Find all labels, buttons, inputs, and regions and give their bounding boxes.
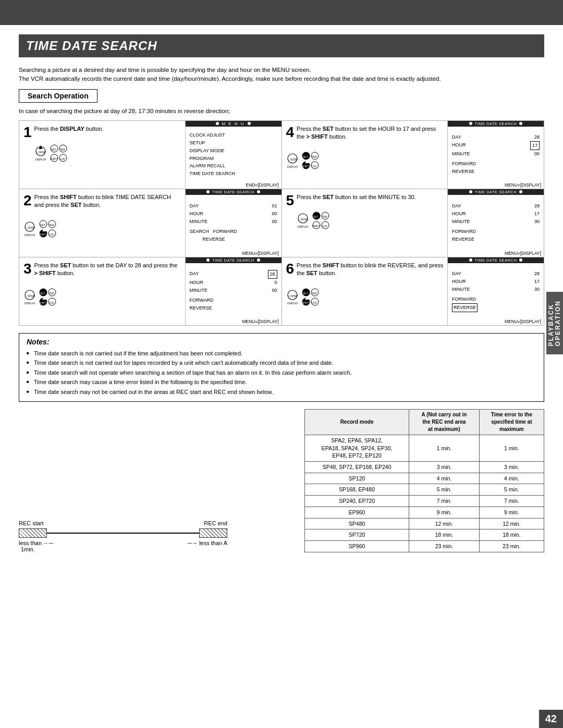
step-1-dp-body: CLOCK ADJUST SETUP DISPLAY MODE PROGRAM … xyxy=(186,129,282,179)
step-1-panel: M E N U CLOCK ADJUST SETUP DISPLAY MODE … xyxy=(185,121,282,189)
svg-text:SET: SET xyxy=(40,292,45,295)
step-6-vcr-diagram: DISP DISPLAY SET TRK SHIFT LOC xyxy=(286,282,445,308)
section-title: Search Operation xyxy=(28,92,89,100)
table-header-3: Time error to thespecified time atmaximu… xyxy=(479,410,544,435)
svg-text:DISP: DISP xyxy=(290,158,298,161)
table-area: Record mode A (Not carry out inthe REC e… xyxy=(238,409,544,552)
step-4-dp-body: DAY28 HOUR17 MINUTE00 FORWARD REVERSE xyxy=(448,131,544,176)
step-1-text: 1 Press the DISPLAY button. DISP DISPLAY… xyxy=(19,121,185,189)
step-2-panel: TIME DATE SEARCH DAY01 HOUR00 MINUTE00 S… xyxy=(185,189,282,257)
step-6-number: 6 xyxy=(286,262,295,276)
table-row: SPA2, EPA6, SPA12,EPA18, SPA24, SP24, EP… xyxy=(305,435,544,462)
rec-end-label: REC end xyxy=(204,520,227,526)
table-cell: 1 min. xyxy=(479,435,544,462)
step-3-panel: TIME DATE SEARCH DAY28 HOUR0 MINUTE00 FO… xyxy=(185,257,282,325)
svg-text:DISPLAY: DISPLAY xyxy=(287,302,298,305)
table-cell: 23 min. xyxy=(479,540,544,552)
table-cell: 7 min. xyxy=(479,496,544,507)
step-3: 3 Press the SET button to set the DAY to… xyxy=(19,257,282,325)
table-cell: 9 min. xyxy=(409,507,480,518)
table-row: SP120 4 min. 4 min. xyxy=(305,473,544,484)
step-2-dp-body: DAY01 HOUR00 MINUTE00 SEARCH FORWARD REV… xyxy=(186,200,282,244)
svg-text:TRK: TRK xyxy=(49,224,55,227)
page-number: 42 xyxy=(539,710,563,728)
step-5-desc: Press the SET button to set the MINUTE t… xyxy=(297,194,416,200)
page-num-val: 42 xyxy=(545,713,557,724)
note-2: Time date search is not carried out for … xyxy=(27,359,536,367)
search-operation-box: Search Operation xyxy=(19,89,97,103)
table-row: SP48, SP72, EP168, EP240 3 min. 3 min. xyxy=(305,462,544,473)
table-row: SP240, EP720 7 min. 7 min. xyxy=(305,496,544,507)
table-cell: SPA2, EPA6, SPA12,EPA18, SPA24, SP24, EP… xyxy=(305,435,409,462)
table-cell: 3 min. xyxy=(409,462,480,473)
step-2-text: 2 Press the SHIFT button to blink TIME D… xyxy=(19,189,185,257)
svg-text:SET: SET xyxy=(313,215,319,218)
table-cell: 5 min. xyxy=(409,484,480,496)
step-2-screen-hdr: TIME DATE SEARCH xyxy=(212,190,254,194)
svg-text:SHIFT: SHIFT xyxy=(302,165,309,168)
step-5-number: 5 xyxy=(286,193,295,208)
table-row: SP960 23 min. 23 min. xyxy=(305,540,544,552)
steps-row-3: 3 Press the SET button to set the DAY to… xyxy=(19,257,544,325)
svg-text:SET: SET xyxy=(303,155,308,158)
step-4-vcr-diagram: DISP DISPLAY SET TRK SHIFT LOC xyxy=(286,145,445,171)
steps-container: 1 Press the DISPLAY button. DISP DISPLAY… xyxy=(19,120,544,326)
table-header-2: A (Not carry out inthe REC end areaat ma… xyxy=(409,410,480,435)
rec-diagram: REC start REC end less than ←─ ─→ less t… xyxy=(19,520,227,552)
svg-text:SHIFT: SHIFT xyxy=(39,301,46,304)
step-5-panel: TIME DATE SEARCH DAY28 HOUR17 MINUTE30 F… xyxy=(447,189,544,257)
step-5-text: 5 Press the SET button to set the MINUTE… xyxy=(282,189,448,257)
step-2-dp-header: TIME DATE SEARCH xyxy=(186,189,282,195)
step-3-dp-footer: MENU=[DISPLAY] xyxy=(186,318,282,325)
note-4: Time date search may cause a time error … xyxy=(27,378,536,387)
less-than-a-label: ─→ less than A xyxy=(188,540,227,546)
step-6-dp-footer: MENU=[DISPLAY] xyxy=(448,318,544,325)
vcr-svg-5: DISP DISPLAY SET TRK SHIFT LOC xyxy=(297,205,346,231)
step-3-number: 3 xyxy=(23,262,32,276)
svg-text:TRK: TRK xyxy=(312,155,317,158)
one-min-label: 1min. xyxy=(21,546,35,552)
table-cell: SP240, EP720 xyxy=(305,496,409,507)
step-5-dp-footer: MENU=[DISPLAY] xyxy=(448,250,544,257)
notes-list: Time date search is not carried out if t… xyxy=(27,349,536,397)
note-5: Time date search may not be carried out … xyxy=(27,388,536,397)
step-1-dp-header: M E N U xyxy=(186,121,282,127)
step-4-number: 4 xyxy=(286,125,295,140)
step-1-dp-footer: END=[DISPLAY] xyxy=(186,182,282,189)
sidebar-line1: PLAYBACK xyxy=(547,304,555,347)
step-4: 4 Press the SET button to set the HOUR t… xyxy=(282,121,544,189)
step-5-dp-header: TIME DATE SEARCH xyxy=(448,189,544,195)
table-row: SP720 18 min. 18 min. xyxy=(305,529,544,541)
menu-line-6: TIME DATE SEARCH xyxy=(190,170,277,178)
svg-text:SHIFT: SHIFT xyxy=(312,225,320,228)
vcr-svg-2: DISP DISPLAY SET TRK SHIFT LOC xyxy=(23,214,73,240)
table-cell: EP960 xyxy=(305,507,409,518)
svg-marker-23 xyxy=(305,159,309,163)
step-3-dp-body: DAY28 HOUR0 MINUTE00 FORWARD REVERSE xyxy=(186,268,282,313)
steps-row-1: 1 Press the DISPLAY button. DISP DISPLAY… xyxy=(19,121,544,189)
table-row: SP168, EP480 5 min. 5 min. xyxy=(305,484,544,496)
svg-text:DISPLAY: DISPLAY xyxy=(25,302,35,305)
sidebar-text: PLAYBACK OPERATION xyxy=(548,300,561,346)
table-cell: 18 min. xyxy=(409,529,480,541)
intro-line2: The VCR automatically records the curren… xyxy=(19,76,441,82)
svg-text:DISPLAY: DISPLAY xyxy=(287,165,298,168)
step-4-screen-hdr: TIME DATE SEARCH xyxy=(475,121,517,126)
step-6-text: 6 Press the SHIFT button to blink the RE… xyxy=(282,257,448,325)
vcr-svg-4: DISP DISPLAY SET TRK SHIFT LOC xyxy=(286,145,336,171)
notes-title: Notes: xyxy=(27,338,536,346)
step-6-dp-header: TIME DATE SEARCH xyxy=(448,257,544,263)
table-cell: SP120 xyxy=(305,473,409,484)
svg-text:DISP: DISP xyxy=(39,151,46,154)
svg-text:LOC: LOC xyxy=(49,301,55,304)
menu-line-2: SETUP xyxy=(190,139,277,147)
svg-text:LOC: LOC xyxy=(312,165,317,168)
step-2: 2 Press the SHIFT button to blink TIME D… xyxy=(19,189,282,257)
step-4-desc: Press the SET button to set the HOUR to … xyxy=(297,126,436,140)
svg-text:DISPLAY: DISPLAY xyxy=(298,225,309,228)
menu-line-1: CLOCK ADJUST xyxy=(190,131,277,139)
svg-text:LOC: LOC xyxy=(322,225,328,228)
svg-text:DISPLAY: DISPLAY xyxy=(25,233,35,237)
svg-text:SHIFT: SHIFT xyxy=(39,233,46,236)
rec-middle-line xyxy=(47,533,199,534)
